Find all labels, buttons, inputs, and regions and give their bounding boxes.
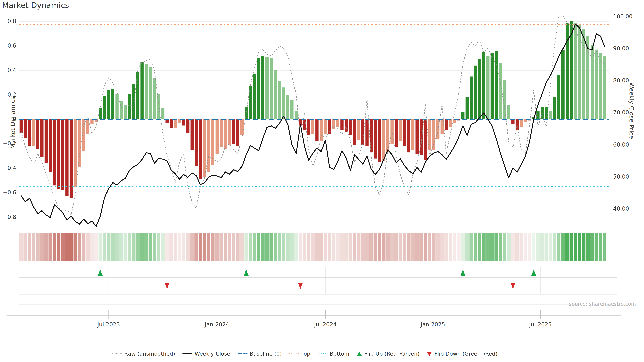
left-axis-title: Market Dynamics — [10, 89, 16, 156]
legend-label: Flip Up (Red→Green) — [364, 351, 420, 357]
oscillator-bars — [20, 21, 606, 198]
top-line-swatch-icon — [289, 354, 299, 354]
right-axis-tick: 40.00 — [613, 205, 629, 212]
legend-label: Bottom — [330, 351, 349, 357]
right-axis-tick: 60.00 — [613, 141, 629, 148]
right-axis-tick: 70.00 — [613, 109, 629, 116]
flip-up-marker — [460, 270, 465, 276]
market-dynamics-chart: 0.80.60.40.20−0.2−0.4−0.6−0.8100.0090.00… — [0, 0, 644, 362]
x-axis-tick: Jan 2025 — [420, 321, 445, 328]
x-axis-tick: Jan 2024 — [204, 321, 229, 328]
bottom-line-swatch-icon — [318, 354, 327, 354]
source-note: source: sharemaestro.com — [569, 301, 636, 307]
left-axis-tick: 0.4 — [8, 67, 16, 73]
market-dynamics-page: Market Dynamics 0.80.60.40.20−0.2−0.4−0.… — [0, 0, 644, 362]
x-axis-tick: Jul 2025 — [529, 321, 552, 328]
legend-item-weekly-close: Weekly Close — [182, 351, 230, 357]
flip-down-marker — [165, 283, 170, 289]
left-axis-tick: −0.4 — [3, 165, 16, 171]
flip-up-marker — [98, 270, 103, 276]
flip-up-marker — [244, 270, 248, 276]
flip-up-marker — [532, 270, 536, 276]
right-axis-tick: 90.00 — [613, 45, 629, 52]
x-axis-tick: Jul 2023 — [97, 321, 120, 328]
left-axis-tick: −0.8 — [3, 214, 16, 220]
raw-line-swatch-icon — [112, 354, 122, 354]
left-axis-tick: 0.8 — [8, 18, 16, 24]
legend-item-baseline: Baseline (0) — [238, 351, 282, 357]
flip-markers — [98, 270, 536, 289]
legend-item-flip-up: Flip Up (Red→Green) — [357, 351, 420, 357]
left-axis-tick: 0.6 — [8, 42, 16, 49]
right-axis-tick: 100.00 — [613, 13, 632, 20]
legend-item-flip-down: Flip Down (Green→Red) — [427, 351, 498, 357]
legend: Raw (unsmoothed) Weekly Close Baseline (… — [112, 351, 498, 357]
axis-tick-labels: 0.80.60.40.20−0.2−0.4−0.6−0.8100.0090.00… — [3, 13, 632, 328]
legend-label: Flip Down (Green→Red) — [434, 351, 498, 357]
legend-item-top: Top — [289, 351, 310, 357]
baseline-swatch-icon — [238, 353, 247, 354]
legend-label: Baseline (0) — [250, 351, 282, 357]
legend-label: Top — [301, 351, 310, 357]
right-axis-title: Weekly Close Price — [628, 77, 635, 144]
right-axis-tick: 80.00 — [613, 77, 629, 84]
weekly-close-swatch-icon — [182, 354, 192, 354]
x-axis-tick: Jul 2024 — [314, 321, 336, 328]
flip-down-marker — [510, 283, 515, 289]
legend-label: Weekly Close — [194, 351, 230, 357]
flip-down-marker — [298, 283, 303, 289]
legend-label: Raw (unsmoothed) — [124, 351, 175, 357]
flip-down-triangle-icon — [427, 352, 432, 356]
right-axis-tick: 50.00 — [613, 173, 629, 180]
heatmap-strip — [20, 233, 606, 261]
flip-up-triangle-icon — [357, 352, 362, 356]
left-axis-tick: −0.6 — [3, 189, 16, 196]
legend-item-raw: Raw (unsmoothed) — [112, 351, 175, 357]
legend-item-bottom: Bottom — [318, 351, 349, 357]
